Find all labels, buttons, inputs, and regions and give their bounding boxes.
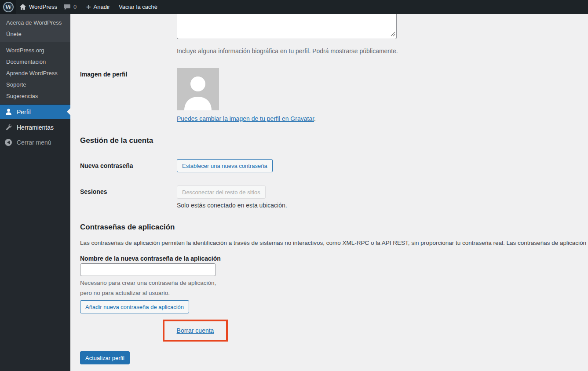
home-icon — [19, 4, 26, 11]
admin-bar-comments[interactable]: 0 — [63, 0, 77, 14]
add-app-password-button[interactable]: Añadir nueva contraseña de aplicación — [80, 300, 189, 313]
admin-sidebar: Acerca de WordPress Únete WordPress.org … — [0, 14, 70, 371]
profile-image-label: Imagen de perfil — [80, 71, 127, 78]
sidebar-item-tools[interactable]: Herramientas — [0, 120, 70, 135]
submenu-item-about[interactable]: Acerca de WordPress — [0, 17, 70, 29]
sidebar-collapse-button[interactable]: Cerrar menú — [0, 135, 70, 149]
comments-count: 0 — [73, 0, 77, 14]
annotation-highlight-box: Borrar cuenta — [163, 320, 228, 342]
comment-bubble-icon — [63, 4, 71, 11]
wrench-icon — [4, 124, 12, 131]
bio-textarea[interactable] — [177, 14, 397, 39]
wp-logo-menu[interactable]: W — [0, 0, 16, 14]
plus-icon: + — [86, 0, 91, 14]
wp-logo-submenu-primary: Acerca de WordPress Únete — [0, 14, 70, 42]
application-passwords-description: Las contraseñas de aplicación permiten l… — [80, 240, 588, 246]
user-icon — [4, 108, 12, 116]
clear-cache-label: Vaciar la caché — [119, 0, 157, 14]
gravatar-paragraph: Puedes cambiar la imagen de tu perfil en… — [177, 115, 316, 122]
submenu-item-join[interactable]: Únete — [0, 29, 70, 40]
wordpress-logo-icon[interactable]: W — [3, 2, 14, 12]
new-password-label: Nueva contraseña — [80, 162, 133, 169]
sidebar-item-label: Herramientas — [17, 124, 54, 131]
sessions-label: Sesiones — [80, 188, 107, 195]
sidebar-item-label: Perfil — [17, 109, 31, 116]
delete-account-link[interactable]: Borrar cuenta — [177, 327, 214, 334]
sessions-help-text: Solo estás conectado en esta ubicación. — [177, 202, 287, 209]
application-passwords-heading: Contraseñas de aplicación — [80, 223, 175, 232]
current-item-arrow — [63, 108, 70, 115]
wordpress-admin-profile-page: { "admin_bar": { "logo_letter": "W", "si… — [0, 0, 588, 371]
gravatar-period: . — [314, 115, 316, 122]
submenu-item-feedback[interactable]: Sugerencias — [0, 91, 70, 102]
new-label: Añadir — [94, 0, 110, 14]
collapse-arrow-icon — [4, 138, 12, 146]
admin-bar-clear-cache[interactable]: Vaciar la caché — [119, 0, 157, 14]
account-management-heading: Gestión de la cuenta — [80, 136, 153, 145]
collapse-label: Cerrar menú — [17, 139, 51, 146]
submenu-item-learn[interactable]: Aprende WordPress — [0, 68, 70, 79]
gravatar-link[interactable]: Puedes cambiar la imagen de tu perfil en… — [177, 115, 314, 122]
submenu-item-documentation[interactable]: Documentación — [0, 56, 70, 68]
set-new-password-button[interactable]: Establecer una nueva contraseña — [177, 159, 273, 172]
update-profile-button[interactable]: Actualizar perfil — [80, 351, 130, 364]
bio-help-text: Incluye alguna información biográfica en… — [177, 47, 398, 55]
admin-bar-site-name[interactable]: WordPress — [19, 0, 57, 14]
submenu-item-wporg[interactable]: WordPress.org — [0, 45, 70, 56]
new-app-password-name-label: Nombre de la nueva contraseña de la apli… — [80, 255, 221, 262]
logout-everywhere-button[interactable]: Desconectar del resto de sitios — [177, 186, 266, 199]
site-name-label: WordPress — [29, 0, 57, 14]
submenu-item-support[interactable]: Soporte — [0, 79, 70, 91]
admin-bar-new[interactable]: + Añadir — [86, 0, 110, 14]
wp-logo-submenu-secondary: WordPress.org Documentación Aprende Word… — [0, 42, 70, 104]
avatar — [177, 68, 219, 110]
textarea-resize-grip[interactable] — [391, 31, 395, 38]
sidebar-item-profile[interactable]: Perfil — [0, 105, 70, 119]
admin-bar: W WordPress 0 + Añadir Vaciar la caché — [0, 0, 588, 14]
app-password-help-text: Necesario para crear una contraseña de a… — [80, 278, 216, 298]
new-app-password-input[interactable] — [80, 263, 216, 276]
